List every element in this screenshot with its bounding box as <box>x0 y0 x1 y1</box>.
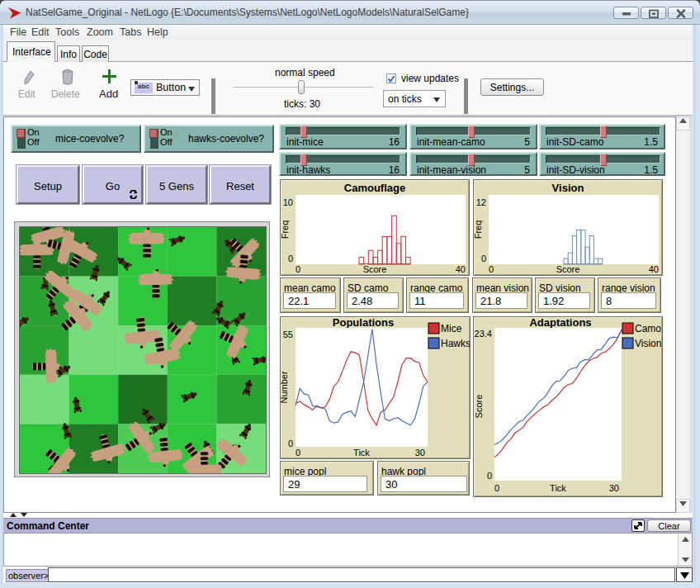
svg-text:0: 0 <box>296 448 300 458</box>
svg-text:Freq: Freq <box>474 220 483 239</box>
svg-text:40: 40 <box>456 264 466 274</box>
svg-text:Mice: Mice <box>441 323 462 334</box>
svg-text:Freq: Freq <box>281 220 290 239</box>
svg-text:0: 0 <box>288 254 293 263</box>
svg-text:Tick: Tick <box>550 483 566 493</box>
svg-text:Vision: Vision <box>552 182 584 194</box>
svg-text:Score: Score <box>556 264 580 274</box>
svg-text:Camo: Camo <box>635 323 661 334</box>
svg-text:Populations: Populations <box>333 317 394 329</box>
svg-text:Tick: Tick <box>353 448 370 458</box>
svg-text:Adaptations: Adaptations <box>529 317 591 329</box>
svg-text:0: 0 <box>481 254 486 263</box>
svg-text:0: 0 <box>296 264 300 274</box>
svg-text:10: 10 <box>283 197 293 207</box>
svg-text:Vision: Vision <box>635 338 661 349</box>
svg-text:30: 30 <box>415 448 425 458</box>
svg-text:40: 40 <box>649 264 659 274</box>
svg-text:55: 55 <box>283 330 293 339</box>
svg-text:Score: Score <box>474 395 484 419</box>
svg-text:30: 30 <box>609 483 619 493</box>
svg-text:Score: Score <box>363 264 387 274</box>
svg-text:Camouflage: Camouflage <box>344 182 405 194</box>
svg-text:0: 0 <box>487 471 492 481</box>
svg-text:Hawks: Hawks <box>441 338 470 349</box>
svg-text:0: 0 <box>494 483 499 493</box>
svg-text:23.4: 23.4 <box>475 329 492 339</box>
svg-text:0: 0 <box>489 264 494 274</box>
svg-text:Number: Number <box>281 371 289 403</box>
svg-text:0: 0 <box>288 439 293 448</box>
svg-text:12: 12 <box>476 197 486 207</box>
